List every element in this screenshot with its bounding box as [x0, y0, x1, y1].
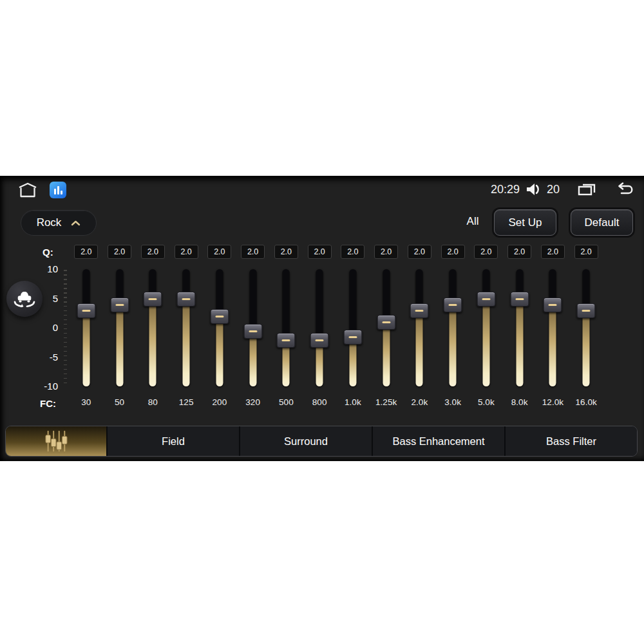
slider-handle[interactable]	[177, 292, 196, 307]
slider-handle[interactable]	[144, 292, 162, 307]
slider-handle-dash	[348, 336, 357, 338]
axis-label: -10	[31, 381, 58, 392]
eq-slider-12.0k[interactable]	[536, 269, 570, 386]
eq-slider-5.0k[interactable]	[469, 269, 503, 386]
tab-bass-filter[interactable]: Bass Filter	[504, 426, 637, 456]
recent-apps-icon[interactable]	[576, 182, 597, 197]
y-axis-ticks	[64, 270, 67, 386]
slider-handle[interactable]	[310, 333, 329, 348]
eq-slider-80[interactable]	[137, 269, 170, 386]
slider-handle[interactable]	[210, 309, 229, 324]
slider-fill	[450, 305, 457, 386]
slider-handle-dash	[215, 316, 223, 317]
slider-handle[interactable]	[444, 298, 462, 312]
slider-handle[interactable]	[410, 303, 429, 318]
eq-slider-30[interactable]	[70, 269, 103, 386]
q-value-50[interactable]: 2.0	[108, 245, 131, 259]
q-value-320[interactable]: 2.0	[241, 245, 265, 259]
eq-slider-1.25k[interactable]	[370, 269, 403, 386]
chevron-up-icon	[71, 220, 80, 226]
eq-slider-50[interactable]	[103, 269, 137, 386]
bottom-tab-bar: FieldSurroundBass EnhancementBass Filter	[5, 426, 638, 457]
slider-handle[interactable]	[544, 298, 562, 312]
eq-slider-500[interactable]	[270, 269, 303, 386]
slider-handle[interactable]	[277, 333, 296, 348]
fc-label-80: 80	[137, 397, 170, 407]
status-bar-right: 20:29 20	[491, 182, 636, 197]
slider-fill	[549, 305, 556, 386]
axis-label: -5	[31, 352, 58, 363]
slider-handle-dash	[149, 298, 157, 300]
slider-handle[interactable]	[77, 303, 95, 318]
q-value-125[interactable]: 2.0	[175, 245, 198, 259]
fc-label-320: 320	[236, 397, 270, 407]
q-value-800[interactable]: 2.0	[308, 245, 332, 259]
slider-fill	[116, 305, 123, 386]
tab-equalizer[interactable]	[6, 426, 106, 456]
fc-label-8.0k: 8.0k	[503, 397, 536, 407]
slider-fill	[416, 310, 423, 386]
slider-fill	[216, 316, 223, 386]
q-value-1.25k[interactable]: 2.0	[374, 245, 398, 259]
eq-slider-125[interactable]	[169, 269, 203, 386]
slider-fill	[482, 299, 489, 387]
eq-slider-1.0k[interactable]	[336, 269, 370, 386]
preset-selector[interactable]: Rock	[21, 210, 97, 236]
slider-fill	[249, 331, 256, 387]
q-row-title: Q:	[43, 247, 53, 258]
eq-slider-3.0k[interactable]	[436, 269, 469, 386]
q-value-3.0k[interactable]: 2.0	[441, 245, 465, 259]
slider-handle-dash	[115, 304, 124, 306]
all-toggle[interactable]: All	[461, 215, 484, 228]
q-value-5.0k[interactable]: 2.0	[474, 245, 498, 259]
slider-handle[interactable]	[110, 298, 129, 312]
slider-fill	[383, 322, 390, 386]
fc-label-5.0k: 5.0k	[469, 397, 503, 407]
eq-slider-320[interactable]	[236, 269, 270, 386]
q-value-200[interactable]: 2.0	[207, 245, 231, 259]
eq-slider-200[interactable]	[203, 269, 236, 386]
q-value-80[interactable]: 2.0	[141, 245, 165, 259]
q-value-500[interactable]: 2.0	[274, 245, 298, 259]
q-value-2.0k[interactable]: 2.0	[408, 245, 431, 259]
tab-field[interactable]: Field	[106, 426, 239, 456]
head-unit-screen: 20:29 20 Rock All Set U	[0, 176, 644, 461]
q-value-1.0k[interactable]: 2.0	[341, 245, 365, 259]
q-values-row: 2.02.02.02.02.02.02.02.02.02.02.02.02.02…	[70, 245, 603, 259]
music-eq-app-icon[interactable]	[50, 182, 66, 198]
q-value-30[interactable]: 2.0	[74, 245, 98, 259]
slider-fill	[82, 310, 90, 386]
slider-handle-dash	[282, 339, 290, 341]
setup-button[interactable]: Set Up	[494, 209, 556, 236]
slider-fill	[183, 299, 190, 387]
q-value-16.0k[interactable]: 2.0	[574, 245, 598, 259]
home-icon[interactable]	[17, 182, 39, 198]
sliders-row	[70, 269, 603, 386]
tab-bass-enhancement[interactable]: Bass Enhancement	[372, 426, 504, 456]
fc-label-30: 30	[70, 397, 103, 407]
slider-handle[interactable]	[243, 324, 262, 339]
status-bar-left	[17, 182, 66, 198]
eq-slider-8.0k[interactable]	[503, 269, 536, 386]
q-value-8.0k[interactable]: 2.0	[507, 245, 531, 259]
slider-handle[interactable]	[577, 303, 596, 318]
equalizer-sliders-icon	[41, 429, 71, 453]
eq-slider-800[interactable]	[303, 269, 336, 386]
slider-handle[interactable]	[477, 292, 495, 307]
slider-handle-dash	[549, 304, 557, 306]
slider-handle-dash	[249, 330, 257, 332]
back-icon[interactable]	[614, 182, 636, 196]
slider-handle[interactable]	[377, 315, 395, 330]
slider-fill	[149, 299, 156, 387]
eq-slider-16.0k[interactable]	[569, 269, 603, 386]
fc-label-16.0k: 16.0k	[569, 397, 603, 407]
slider-handle-dash	[382, 321, 390, 323]
slider-handle-dash	[82, 310, 90, 312]
q-value-12.0k[interactable]: 2.0	[541, 245, 565, 259]
slider-handle[interactable]	[343, 330, 362, 345]
eq-slider-2.0k[interactable]	[403, 269, 437, 386]
fc-label-500: 500	[270, 397, 303, 407]
default-button[interactable]: Default	[571, 209, 633, 236]
slider-handle[interactable]	[510, 292, 529, 307]
tab-surround[interactable]: Surround	[239, 426, 372, 456]
